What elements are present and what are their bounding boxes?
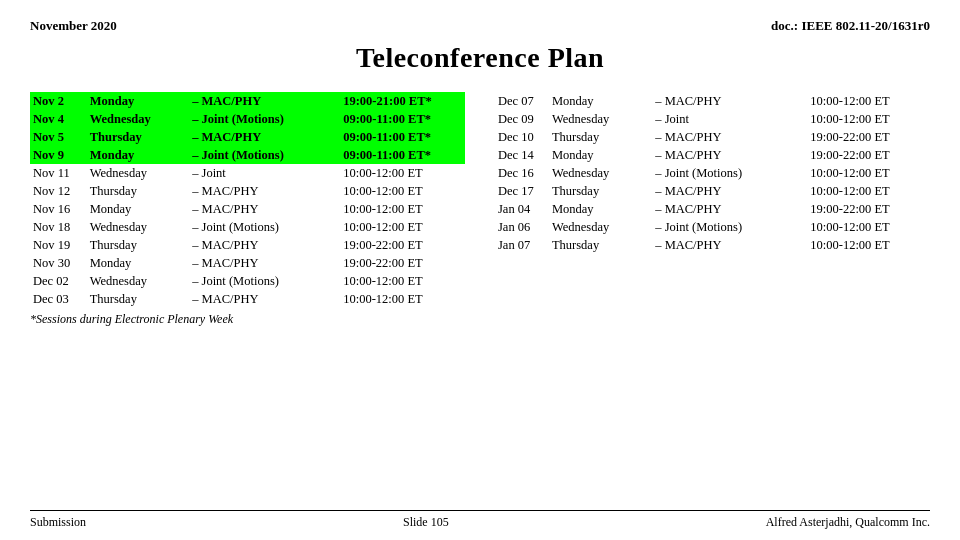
cell-type: – MAC/PHY bbox=[189, 236, 340, 254]
cell-date: Dec 10 bbox=[495, 128, 549, 146]
footer-center: Slide 105 bbox=[403, 515, 449, 530]
cell-day: Monday bbox=[549, 146, 652, 164]
cell-date: Dec 17 bbox=[495, 182, 549, 200]
cell-time: 19:00-22:00 ET bbox=[807, 146, 930, 164]
right-column: Dec 07 Monday – MAC/PHY 10:00-12:00 ET D… bbox=[495, 92, 930, 510]
cell-day: Thursday bbox=[87, 182, 189, 200]
cell-date: Dec 14 bbox=[495, 146, 549, 164]
cell-type: – MAC/PHY bbox=[652, 146, 807, 164]
table-row: Nov 16 Monday – MAC/PHY 10:00-12:00 ET bbox=[30, 200, 465, 218]
cell-date: Dec 02 bbox=[30, 272, 87, 290]
cell-type: – MAC/PHY bbox=[189, 200, 340, 218]
cell-type: – Joint bbox=[652, 110, 807, 128]
table-row: Dec 17 Thursday – MAC/PHY 10:00-12:00 ET bbox=[495, 182, 930, 200]
page-title: Teleconference Plan bbox=[30, 42, 930, 74]
cell-day: Thursday bbox=[549, 128, 652, 146]
cell-time: 19:00-22:00 ET bbox=[340, 236, 465, 254]
cell-date: Nov 2 bbox=[30, 92, 87, 110]
cell-time: 19:00-22:00 ET bbox=[807, 200, 930, 218]
cell-time: 10:00-12:00 ET bbox=[807, 182, 930, 200]
cell-type: – Joint (Motions) bbox=[189, 218, 340, 236]
cell-date: Nov 11 bbox=[30, 164, 87, 182]
cell-type: – MAC/PHY bbox=[189, 182, 340, 200]
header-left: November 2020 bbox=[30, 18, 117, 34]
cell-date: Nov 18 bbox=[30, 218, 87, 236]
table-row: Dec 02 Wednesday – Joint (Motions) 10:00… bbox=[30, 272, 465, 290]
cell-day: Wednesday bbox=[87, 110, 189, 128]
table-row: Nov 30 Monday – MAC/PHY 19:00-22:00 ET bbox=[30, 254, 465, 272]
cell-type: – Joint (Motions) bbox=[189, 272, 340, 290]
cell-type: – MAC/PHY bbox=[652, 92, 807, 110]
cell-date: Nov 30 bbox=[30, 254, 87, 272]
cell-date: Nov 19 bbox=[30, 236, 87, 254]
cell-type: – MAC/PHY bbox=[189, 128, 340, 146]
cell-type: – Joint (Motions) bbox=[189, 110, 340, 128]
footer-left: Submission bbox=[30, 515, 86, 530]
cell-time: 19:00-21:00 ET* bbox=[340, 92, 465, 110]
table-row: Nov 19 Thursday – MAC/PHY 19:00-22:00 ET bbox=[30, 236, 465, 254]
cell-day: Monday bbox=[87, 92, 189, 110]
cell-day: Thursday bbox=[87, 290, 189, 308]
cell-day: Monday bbox=[87, 146, 189, 164]
cell-day: Monday bbox=[549, 200, 652, 218]
cell-day: Thursday bbox=[549, 236, 652, 254]
table-row: Dec 14 Monday – MAC/PHY 19:00-22:00 ET bbox=[495, 146, 930, 164]
cell-type: – Joint (Motions) bbox=[652, 164, 807, 182]
header: November 2020 doc.: IEEE 802.11-20/1631r… bbox=[30, 18, 930, 34]
cell-time: 10:00-12:00 ET bbox=[340, 200, 465, 218]
table-row: Dec 03 Thursday – MAC/PHY 10:00-12:00 ET bbox=[30, 290, 465, 308]
cell-time: 19:00-22:00 ET bbox=[807, 128, 930, 146]
table-row: Nov 2 Monday – MAC/PHY 19:00-21:00 ET* bbox=[30, 92, 465, 110]
cell-date: Nov 12 bbox=[30, 182, 87, 200]
footer-right: Alfred Asterjadhi, Qualcomm Inc. bbox=[766, 515, 930, 530]
cell-date: Dec 03 bbox=[30, 290, 87, 308]
cell-time: 10:00-12:00 ET bbox=[807, 92, 930, 110]
left-table: Nov 2 Monday – MAC/PHY 19:00-21:00 ET* N… bbox=[30, 92, 465, 308]
cell-day: Wednesday bbox=[87, 272, 189, 290]
right-table: Dec 07 Monday – MAC/PHY 10:00-12:00 ET D… bbox=[495, 92, 930, 254]
cell-type: – MAC/PHY bbox=[652, 236, 807, 254]
cell-date: Dec 16 bbox=[495, 164, 549, 182]
cell-type: – MAC/PHY bbox=[652, 182, 807, 200]
note: *Sessions during Electronic Plenary Week bbox=[30, 312, 465, 327]
table-row: Jan 06 Wednesday – Joint (Motions) 10:00… bbox=[495, 218, 930, 236]
cell-day: Thursday bbox=[549, 182, 652, 200]
cell-day: Monday bbox=[87, 200, 189, 218]
cell-time: 19:00-22:00 ET bbox=[340, 254, 465, 272]
cell-type: – Joint (Motions) bbox=[652, 218, 807, 236]
cell-time: 10:00-12:00 ET bbox=[340, 272, 465, 290]
cell-time: 09:00-11:00 ET* bbox=[340, 128, 465, 146]
table-row: Dec 09 Wednesday – Joint 10:00-12:00 ET bbox=[495, 110, 930, 128]
header-right: doc.: IEEE 802.11-20/1631r0 bbox=[771, 18, 930, 34]
cell-date: Dec 09 bbox=[495, 110, 549, 128]
left-column: Nov 2 Monday – MAC/PHY 19:00-21:00 ET* N… bbox=[30, 92, 465, 510]
cell-time: 09:00-11:00 ET* bbox=[340, 110, 465, 128]
content-area: Nov 2 Monday – MAC/PHY 19:00-21:00 ET* N… bbox=[30, 92, 930, 510]
cell-date: Nov 5 bbox=[30, 128, 87, 146]
cell-date: Jan 06 bbox=[495, 218, 549, 236]
cell-time: 10:00-12:00 ET bbox=[340, 164, 465, 182]
table-row: Nov 12 Thursday – MAC/PHY 10:00-12:00 ET bbox=[30, 182, 465, 200]
cell-date: Jan 07 bbox=[495, 236, 549, 254]
cell-day: Wednesday bbox=[87, 218, 189, 236]
page: November 2020 doc.: IEEE 802.11-20/1631r… bbox=[0, 0, 960, 540]
cell-time: 09:00-11:00 ET* bbox=[340, 146, 465, 164]
table-row: Nov 9 Monday – Joint (Motions) 09:00-11:… bbox=[30, 146, 465, 164]
table-row: Dec 10 Thursday – MAC/PHY 19:00-22:00 ET bbox=[495, 128, 930, 146]
cell-time: 10:00-12:00 ET bbox=[340, 290, 465, 308]
cell-day: Wednesday bbox=[549, 164, 652, 182]
table-row: Nov 18 Wednesday – Joint (Motions) 10:00… bbox=[30, 218, 465, 236]
cell-time: 10:00-12:00 ET bbox=[340, 218, 465, 236]
table-row: Nov 4 Wednesday – Joint (Motions) 09:00-… bbox=[30, 110, 465, 128]
table-row: Nov 5 Thursday – MAC/PHY 09:00-11:00 ET* bbox=[30, 128, 465, 146]
cell-type: – MAC/PHY bbox=[652, 200, 807, 218]
cell-day: Monday bbox=[87, 254, 189, 272]
cell-day: Wednesday bbox=[549, 110, 652, 128]
cell-date: Nov 4 bbox=[30, 110, 87, 128]
cell-type: – MAC/PHY bbox=[189, 92, 340, 110]
cell-time: 10:00-12:00 ET bbox=[807, 236, 930, 254]
table-row: Dec 07 Monday – MAC/PHY 10:00-12:00 ET bbox=[495, 92, 930, 110]
cell-day: Monday bbox=[549, 92, 652, 110]
cell-type: – MAC/PHY bbox=[189, 254, 340, 272]
cell-type: – Joint (Motions) bbox=[189, 146, 340, 164]
